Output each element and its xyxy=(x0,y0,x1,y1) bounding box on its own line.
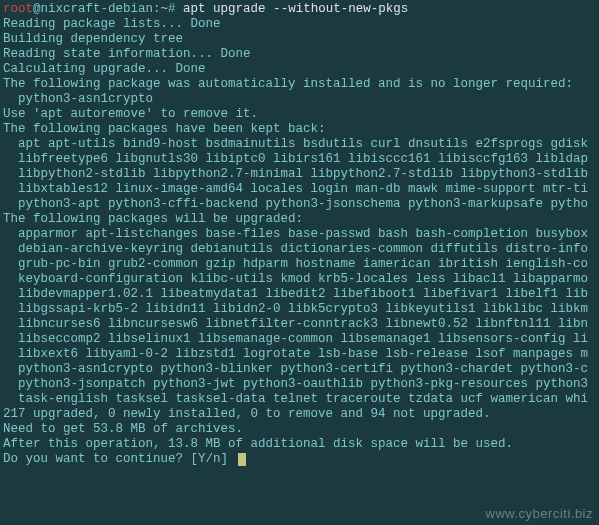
output-line: 217 upgraded, 0 newly installed, 0 to re… xyxy=(3,407,596,422)
output-line: The following packages will be upgraded: xyxy=(3,212,596,227)
output-line: The following package was automatically … xyxy=(3,77,596,92)
output-line: After this operation, 13.8 MB of additio… xyxy=(3,437,596,452)
prompt-at: @ xyxy=(33,2,41,16)
output-line: Need to get 53.8 MB of archives. xyxy=(3,422,596,437)
output-line: python3-apt python3-cffi-backend python3… xyxy=(3,197,596,212)
output-line: libgssapi-krb5-2 libidn11 libidn2-0 libk… xyxy=(3,302,596,317)
output-line: Reading package lists... Done xyxy=(3,17,596,32)
output-line: Reading state information... Done xyxy=(3,47,596,62)
output-line: libdevmapper1.02.1 libeatmydata1 libedit… xyxy=(3,287,596,302)
output-line: libpython2-stdlib libpython2.7-minimal l… xyxy=(3,167,596,182)
command-text: apt upgrade --without-new-pkgs xyxy=(183,2,408,16)
cursor-icon xyxy=(238,453,246,466)
output-line: Calculating upgrade... Done xyxy=(3,62,596,77)
output-line: libfreetype6 libgnutls30 libiptc0 libirs… xyxy=(3,152,596,167)
output-line: libxext6 libyaml-0-2 libzstd1 logrotate … xyxy=(3,347,596,362)
confirm-prompt-line[interactable]: Do you want to continue? [Y/n] xyxy=(3,452,596,467)
output-line: The following packages have been kept ba… xyxy=(3,122,596,137)
output-line: apt apt-utils bind9-host bsdmainutils bs… xyxy=(3,137,596,152)
output-line: python3-jsonpatch python3-jwt python3-oa… xyxy=(3,377,596,392)
output-line: python3-asn1crypto xyxy=(3,92,596,107)
prompt-path: ~ xyxy=(161,2,169,16)
output-line: python3-asn1crypto python3-blinker pytho… xyxy=(3,362,596,377)
confirm-prompt-text: Do you want to continue? [Y/n] xyxy=(3,452,236,466)
output-line: debian-archive-keyring debianutils dicti… xyxy=(3,242,596,257)
output-line: libseccomp2 libselinux1 libsemanage-comm… xyxy=(3,332,596,347)
output-line: grub-pc-bin grub2-common gzip hdparm hos… xyxy=(3,257,596,272)
output-line: libxtables12 linux-image-amd64 locales l… xyxy=(3,182,596,197)
output-line: task-english tasksel tasksel-data telnet… xyxy=(3,392,596,407)
prompt-host: nixcraft-debian xyxy=(41,2,154,16)
output-line: apparmor apt-listchanges base-files base… xyxy=(3,227,596,242)
watermark: www.cyberciti.biz xyxy=(486,506,593,521)
output-line: keyboard-configuration klibc-utils kmod … xyxy=(3,272,596,287)
prompt-line: root@nixcraft-debian:~# apt upgrade --wi… xyxy=(3,2,596,17)
prompt-hash: # xyxy=(168,2,183,16)
output-line: Building dependency tree xyxy=(3,32,596,47)
prompt-user: root xyxy=(3,2,33,16)
prompt-colon: : xyxy=(153,2,161,16)
output-line: libncurses6 libncursesw6 libnetfilter-co… xyxy=(3,317,596,332)
output-line: Use 'apt autoremove' to remove it. xyxy=(3,107,596,122)
